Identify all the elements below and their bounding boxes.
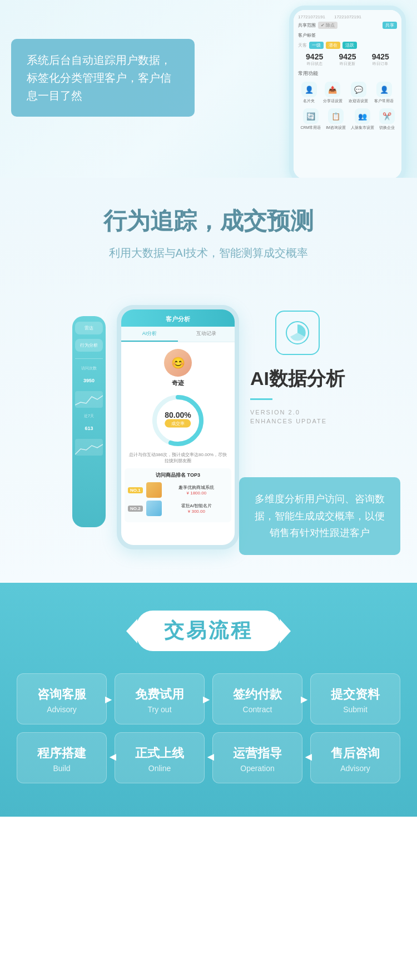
icon-customer-img: 👤: [376, 82, 392, 97]
process-main-5: 程序搭建: [23, 745, 101, 762]
icon-recruit: 👥 人脉集市设置: [351, 108, 374, 131]
process-arrow-left-6: ▶: [110, 753, 116, 763]
icons-row1: 👤 名片夹 📤 分享话设置 💬 欢迎语设置 👤 客户常用语: [298, 82, 397, 104]
product-price-2: ¥ 300.00: [165, 509, 228, 514]
icon-crm-img: 🔄: [303, 108, 319, 124]
icon-im-label: IM咨询设置: [326, 125, 346, 131]
product-price-1: ¥ 1800.00: [165, 491, 228, 496]
sidebar-7days-label: 近7天: [75, 413, 103, 419]
icon-mingpian: 👤 名片夹: [301, 82, 317, 104]
icon-welcome: 💬 欢迎语设置: [349, 82, 368, 104]
process-sub-1: Advisory: [23, 705, 101, 714]
phone2-tabs: AI分析 互动记录: [121, 327, 235, 342]
phone-stats-row: 9425 昨日状态 9425 昨日更新 9425 昨日订单: [298, 52, 397, 67]
process-main-2: 免费试用: [121, 686, 198, 703]
process-sub-2: Try out: [121, 705, 198, 714]
tab-interaction: 互动记录: [178, 327, 235, 342]
process-item-4: 提交资料 Submit: [310, 673, 400, 724]
icon-cut-label: 切换企业: [379, 125, 395, 131]
process-item-6: ▶ 正式上线 Online: [115, 732, 205, 783]
process-row2: 程序搭建 Build ▶ 正式上线 Online ▶ 运营指导 Operatio…: [17, 732, 400, 783]
section2-title: 行为追踪，成交预测: [17, 206, 400, 237]
phone-mock-main: 客户分析 AI分析 互动记录 😊 奇迹 80.00% 成交率 总计与你互动386…: [117, 305, 239, 549]
section2-content-area: 雷达 行为分析 访问次数 3950 近7天 613 客户分析 AI分析: [17, 288, 400, 549]
section1-description: 系统后台自动追踪用户数据，标签化分类管理客户，客户信息一目了然: [27, 51, 179, 104]
icon-recruit-img: 👥: [355, 108, 370, 124]
phone2-title: 客户分析: [121, 309, 235, 327]
stat-update: 9425 昨日更新: [339, 52, 356, 67]
process-arrow-2: ▶: [203, 694, 210, 704]
process-sub-4: Submit: [316, 705, 394, 714]
sidebar-chart: [75, 391, 103, 408]
product-name-1: 趣享优购商城系统: [165, 484, 228, 491]
customer-avatar: 😊: [164, 349, 192, 377]
sidebar-behavior: 行为分析: [75, 339, 103, 352]
section1-info-box: 系统后台自动追踪用户数据，标签化分类管理客户，客户信息一目了然: [11, 39, 195, 117]
icon-im-img: 📋: [328, 108, 344, 124]
customer-name: 奇迹: [121, 379, 235, 387]
process-item-8: ▶ 售后咨询 Advisory: [310, 732, 400, 783]
icon-crm-label: CRM常用语: [300, 125, 321, 131]
share-action: 共享: [383, 22, 397, 29]
version-text: VERSION 2.0: [250, 409, 300, 416]
icon-welcome-img: 💬: [351, 82, 366, 97]
process-main-6: 正式上线: [121, 745, 198, 762]
icon-im: 📋 IM咨询设置: [326, 108, 346, 131]
tab-ai-analysis: AI分析: [121, 327, 178, 342]
deal-badge: 成交率: [165, 419, 191, 428]
phone-number1: 17721072191: [298, 14, 325, 19]
process-arrow-left-7: ▶: [207, 753, 214, 763]
products-title: 访问商品排名 TOP3: [128, 472, 228, 479]
sidebar-chart2: [75, 439, 103, 456]
section2-behavior: 行为追踪，成交预测 利用大数据与AI技术，智能测算成交概率 雷达 行为分析 访问…: [0, 178, 417, 583]
process-sub-3: Contract: [219, 705, 296, 714]
process-item-7: ▶ 运营指导 Operation: [212, 732, 302, 783]
common-functions-label: 常用功能: [298, 70, 397, 77]
phone2-description: 总计与你互动386次，预计成交率达80.00%，尽快拉拢到朋友圈: [121, 452, 235, 464]
process-main-3: 签约付款: [219, 686, 296, 703]
sidebar-visits-value: 3950: [75, 376, 103, 386]
tag-yiji: 一级: [309, 42, 324, 49]
process-main-1: 咨询客服: [23, 686, 101, 703]
process-main-7: 运营指导: [219, 745, 296, 762]
phone-number2: 17221072191: [334, 14, 361, 19]
process-arrow-3: ▶: [301, 694, 307, 704]
stat-zuori: 9425 昨日状态: [306, 52, 323, 67]
phone-inner-content: 17721072191 17221072191 共享范围 ✔ 除点 共享 客户标…: [294, 10, 401, 178]
process-item-3: 签约付款 Contract ▶: [212, 673, 302, 724]
process-arrow-1: ▶: [105, 694, 112, 704]
info-description-text: 多维度分析用户访问、咨询数据，智能生成成交概率，以便销售有针对性跟进客户: [251, 491, 388, 542]
version-sub-text: ENHANCES UPDATE: [250, 418, 327, 424]
product-rank-2: NO.2: [128, 506, 143, 512]
sidebar-leida: 雷达: [75, 322, 103, 334]
product-rank-1: NO.1: [128, 487, 143, 493]
icon-customer-label: 客户常用语: [374, 98, 394, 104]
product-name-2: 霍肚AI智能名片: [165, 503, 228, 509]
sidebar-visits-label: 访问次数: [75, 366, 103, 371]
process-title-badge: 交易流程: [136, 611, 281, 651]
tag-guanzhu: 潜在: [326, 42, 340, 49]
phone-sidebar-left: 雷达 行为分析 访问次数 3950 近7天 613: [72, 316, 106, 527]
section2-subtitle: 利用大数据与AI技术，智能测算成交概率: [17, 246, 400, 261]
process-main-8: 售后咨询: [316, 745, 394, 762]
process-row1: 咨询客服 Advisory ▶ 免费试用 Try out ▶ 签约付款 Cont…: [17, 673, 400, 724]
section3-process: 交易流程 咨询客服 Advisory ▶ 免费试用 Try out ▶ 签约付款…: [0, 583, 417, 817]
share-tag: ✔ 除点: [318, 22, 337, 29]
icon-cut-img: ✂️: [379, 108, 395, 124]
icons-row2: 🔄 CRM常用语 📋 IM咨询设置 👥 人脉集市设置 ✂️ 切换企业: [298, 108, 397, 131]
icon-customer: 👤 客户常用语: [374, 82, 394, 104]
icon-recruit-label: 人脉集市设置: [351, 125, 374, 131]
tag-huoyue: 活跃: [342, 42, 357, 49]
process-item-2: 免费试用 Try out ▶: [115, 673, 205, 724]
products-section: 访问商品排名 TOP3 NO.1 趣享优购商城系统 ¥ 1800.00 NO.2…: [125, 468, 231, 522]
icon-mingpian-img: 👤: [301, 82, 317, 97]
process-item-5: 程序搭建 Build: [17, 732, 107, 783]
icon-share-settings: 📤 分享话设置: [323, 82, 342, 104]
icon-mingpian-label: 名片夹: [303, 98, 315, 104]
info-description-box: 多维度分析用户访问、咨询数据，智能生成成交概率，以便销售有针对性跟进客户: [239, 477, 400, 555]
product-item-2: NO.2 霍肚AI智能名片 ¥ 300.00: [128, 501, 228, 516]
process-sub-6: Online: [121, 764, 198, 773]
product-img-2: [146, 501, 162, 516]
share-label: 共享范围: [298, 22, 316, 28]
product-info-2: 霍肚AI智能名片 ¥ 300.00: [165, 503, 228, 514]
